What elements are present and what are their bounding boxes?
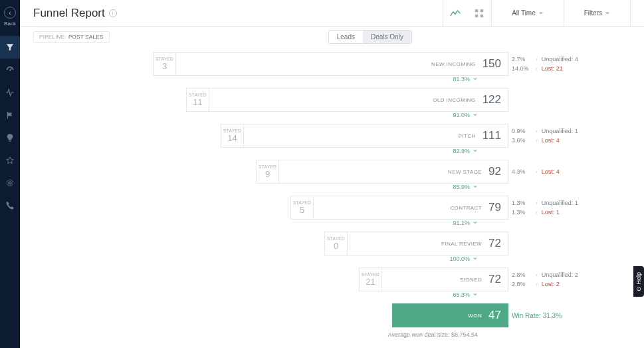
conversion-rate[interactable]: 82.9% [453,148,478,154]
pipeline-chip[interactable]: PIPELINE:POST SALES [33,31,110,43]
mode-leads-button[interactable]: Leads [329,31,363,43]
conversion-rate[interactable]: 91.1% [453,220,478,226]
stayed-value: 21 [366,277,375,287]
chevron-down-icon [473,220,478,226]
side-pct: 2.8% [512,281,532,287]
stayed-value: 0 [334,241,338,251]
stage-block[interactable]: STAYED3NEW INCOMING150 [153,52,508,76]
stage-side-info: 4.3%›Lost: 4 [512,160,560,184]
chevron-right-icon: › [536,169,538,175]
target-icon [5,178,15,188]
side-metric[interactable]: 2.8%›Unqualified: 2 [512,271,578,278]
chevron-down-icon [473,256,478,261]
chevron-down-icon [605,11,610,16]
view-chart-button[interactable] [443,0,467,27]
stage-block[interactable]: STAYED9NEW STAGE92 [256,160,508,184]
chevron-right-icon: › [536,66,538,72]
won-name: WON [468,313,482,319]
conversion-rate[interactable]: 81.3% [453,76,478,83]
nav-idea[interactable] [0,126,20,149]
svg-rect-3 [475,9,478,11]
nav-star[interactable] [0,149,20,172]
conversion-row: 65.3% [33,291,631,303]
stayed-label: STAYED [189,92,207,97]
conversion-rate[interactable]: 100.0% [449,256,478,262]
stage-name: FINAL REVIEW [441,241,482,247]
grid-icon [474,9,484,18]
chevron-left-icon: ‹ [4,7,16,19]
stayed-label: STAYED [327,236,345,241]
side-label: Unqualified: 4 [542,56,578,63]
side-metric[interactable]: 14.0%›Lost: 21 [512,65,578,72]
side-label: Unqualified: 2 [542,271,578,278]
won-block[interactable]: WON47 [392,303,508,327]
stage-value: 150 [483,57,501,71]
nav-funnel[interactable] [0,36,20,59]
stage-bar: NEW STAGE92 [278,160,508,184]
stage-block[interactable]: STAYED0FINAL REVIEW72 [324,232,508,256]
nav-phone[interactable] [0,194,20,217]
stayed-label: STAYED [156,57,173,61]
side-metric[interactable]: 1.3%›Lost: 1 [512,209,578,216]
stage-side-info: 1.3%›Unqualified: 11.3%›Lost: 1 [512,196,578,220]
side-pct: 14.0% [512,65,532,72]
mode-deals-button[interactable]: Deals Only [363,31,411,43]
time-range-dropdown[interactable]: All Time [492,0,564,27]
side-pct: 1.3% [512,200,532,206]
stage-row: STAYED0FINAL REVIEW72 [33,232,631,256]
sub-header: PIPELINE:POST SALES Leads Deals Only [20,27,644,47]
chevron-down-icon [473,184,478,190]
help-tab[interactable]: ⊙ Help [633,266,644,297]
chevron-right-icon: › [536,281,538,287]
back-label: Back [4,21,16,27]
conversion-value: 100.0% [449,256,470,262]
nav-activity[interactable] [0,81,20,104]
nav-dashboard[interactable] [0,59,20,81]
header-actions: All Time Filters [443,0,631,27]
stage-block[interactable]: STAYED21SIGNED72 [359,267,508,291]
stage-block[interactable]: STAYED11OLD INCOMING122 [186,88,508,112]
stage-bar: CONTRACT79 [313,196,508,220]
filters-dropdown[interactable]: Filters [564,0,631,27]
pulse-icon [5,88,15,97]
stage-row: STAYED14PITCH1110.9%›Unqualified: 13.6%›… [33,124,631,148]
nav-flag[interactable] [0,104,20,126]
conversion-rate[interactable]: 65.3% [453,291,478,298]
side-pct: 4.3% [512,168,532,175]
view-grid-button[interactable] [467,0,491,27]
conversion-value: 65.3% [453,291,470,298]
stage-block[interactable]: STAYED14PITCH111 [221,124,508,148]
stage-row: STAYED11OLD INCOMING122 [33,88,631,112]
side-metric[interactable]: 3.6%›Lost: 4 [512,137,578,144]
side-label: Lost: 1 [542,209,560,216]
side-metric[interactable]: 2.7%›Unqualified: 4 [512,56,578,63]
stayed-label: STAYED [223,128,241,133]
stage-bar: FINAL REVIEW72 [347,232,508,256]
nav-target[interactable] [0,172,20,194]
side-label: Lost: 2 [542,281,560,287]
chevron-right-icon: › [536,57,538,63]
stage-block[interactable]: STAYED5CONTRACT79 [290,196,508,220]
side-metric[interactable]: 4.3%›Lost: 4 [512,168,560,175]
stage-value: 111 [483,129,501,142]
win-rate: Win Rate: 31.3% [512,303,562,327]
side-metric[interactable]: 1.3%›Unqualified: 1 [512,200,578,206]
info-icon[interactable]: i [109,9,117,17]
back-button[interactable]: ‹ Back [4,7,16,27]
chevron-down-icon [538,11,544,16]
svg-rect-5 [475,14,478,17]
side-metric[interactable]: 2.8%›Lost: 2 [512,281,578,287]
conversion-rate[interactable]: 85.9% [453,184,478,190]
stayed-box: STAYED14 [221,124,243,148]
stage-row: STAYED21SIGNED722.8%›Unqualified: 22.8%›… [33,267,631,291]
stayed-value: 9 [265,169,270,179]
stayed-label: STAYED [362,272,379,277]
stage-value: 92 [488,165,501,178]
funnel-icon [5,43,15,52]
side-label: Lost: 4 [542,168,560,175]
chevron-down-icon [473,77,478,82]
chevron-right-icon: › [536,210,538,216]
side-metric[interactable]: 0.9%›Unqualified: 1 [512,128,578,134]
conversion-rate[interactable]: 91.0% [453,112,478,118]
conversion-row: 85.9% [33,184,631,196]
